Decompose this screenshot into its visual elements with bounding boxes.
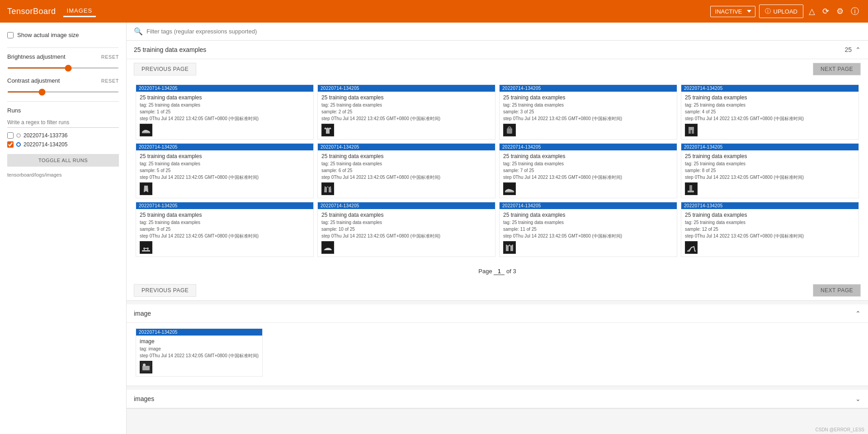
settings-icon-button[interactable]: ⚙ — [835, 5, 845, 18]
brightness-slider[interactable] — [7, 67, 119, 69]
run-2-label: 20220714-134205 — [24, 141, 67, 148]
image-card-single-tag: 20220714-134205 — [136, 329, 262, 336]
main-layout: Show actual image size Brightness adjust… — [0, 23, 868, 434]
card-tag-11: 20220714-134205 — [681, 202, 859, 209]
page-indicator: Page of 3 — [127, 262, 868, 280]
card-meta2-9: sample: 10 of 25 — [321, 226, 491, 233]
svg-point-26 — [143, 364, 146, 366]
card-thumb-0 — [140, 124, 152, 136]
card-title-0: 25 training data examples — [140, 94, 310, 101]
card-meta1-10: tag: 25 training data examples — [503, 219, 673, 226]
card-meta2-7: sample: 8 of 25 — [685, 167, 855, 174]
image-card: 20220714-134205 25 training data example… — [499, 202, 677, 257]
image-preview-svg — [141, 362, 151, 372]
status-selector[interactable]: INACTIVE — [710, 6, 755, 17]
card-title-10: 25 training data examples — [503, 212, 673, 218]
upload-button[interactable]: ⓘ UPLOAD — [759, 5, 803, 18]
help-icon-button[interactable]: ⓘ — [849, 4, 861, 19]
svg-rect-22 — [504, 242, 515, 253]
card-meta1-2: tag: 25 training data examples — [503, 102, 673, 108]
image-card: 20220714-134205 25 training data example… — [317, 202, 495, 257]
card-meta1-9: tag: 25 training data examples — [321, 219, 491, 226]
images-tab[interactable]: IMAGES — [63, 5, 96, 17]
svg-rect-25 — [142, 366, 150, 370]
card-meta2-8: sample: 9 of 25 — [140, 226, 310, 233]
card-tag-6: 20220714-134205 — [500, 144, 677, 150]
image-thumb-single — [140, 361, 152, 373]
person-icon-button[interactable]: △ — [807, 5, 817, 18]
divider-2 — [7, 101, 119, 102]
runs-filter-input[interactable] — [7, 117, 119, 128]
run-1-checkbox[interactable] — [7, 132, 14, 139]
app-logo: TensorBoard — [7, 7, 56, 16]
image-section-title: image — [134, 310, 151, 317]
image-card-single: 20220714-134205 image tag: image step 0T… — [136, 328, 263, 377]
card-meta2-11: sample: 12 of 25 — [685, 226, 855, 233]
next-page-button-top[interactable]: NEXT PAGE — [813, 63, 861, 75]
image-card-single-meta1: tag: image — [140, 345, 259, 352]
card-meta3-5: step 0Thu Jul 14 2022 13:42:05 GMT+0800 … — [321, 174, 491, 181]
training-section-header: 25 training data examples 25 ⌃ — [127, 41, 868, 59]
card-meta3-10: step 0Thu Jul 14 2022 13:42:05 GMT+0800 … — [503, 233, 673, 239]
image-card-single-meta2: step 0Thu Jul 14 2022 13:42:05 GMT+0800 … — [140, 352, 259, 359]
sidebar: Show actual image size Brightness adjust… — [0, 23, 127, 434]
image-card: 20220714-134205 25 training data example… — [499, 143, 677, 198]
card-meta1-11: tag: 25 training data examples — [685, 219, 855, 226]
card-tag-1: 20220714-134205 — [318, 85, 495, 92]
brightness-section: Brightness adjustment RESET — [7, 53, 119, 70]
card-meta3-2: step 0Thu Jul 14 2022 13:42:05 GMT+0800 … — [503, 115, 673, 122]
show-actual-size-label: Show actual image size — [17, 32, 79, 38]
card-title-3: 25 training data examples — [685, 94, 855, 101]
run-2-checkbox[interactable] — [7, 141, 14, 148]
chevron-up-icon-2: ⌃ — [855, 310, 861, 317]
run-2-circle — [16, 142, 21, 147]
prev-page-button-bottom[interactable]: PREVIOUS PAGE — [134, 284, 196, 297]
filter-tags-input[interactable] — [146, 28, 861, 35]
card-meta2-3: sample: 4 of 25 — [685, 108, 855, 115]
prev-page-button-top[interactable]: PREVIOUS PAGE — [134, 63, 196, 75]
card-meta3-3: step 0Thu Jul 14 2022 13:42:05 GMT+0800 … — [685, 115, 855, 122]
image-card: 20220714-134205 25 training data example… — [136, 84, 314, 140]
card-title-1: 25 training data examples — [321, 94, 491, 101]
image-section-expand[interactable]: ⌃ — [855, 310, 861, 317]
svg-rect-14 — [689, 185, 692, 191]
card-body-8: 25 training data examples tag: 25 traini… — [136, 209, 313, 257]
card-meta1-4: tag: 25 training data examples — [140, 160, 310, 167]
svg-rect-1 — [142, 132, 150, 133]
card-meta1-0: tag: 25 training data examples — [140, 102, 310, 108]
svg-rect-15 — [688, 191, 694, 192]
card-body-9: 25 training data examples tag: 25 traini… — [318, 209, 495, 257]
card-tag-9: 20220714-134205 — [318, 202, 495, 209]
card-tag-0: 20220714-134205 — [136, 85, 313, 92]
card-tag-2: 20220714-134205 — [500, 85, 677, 92]
watermark: CSDN @ERROR_LESS — [815, 427, 864, 432]
svg-rect-17 — [142, 250, 150, 252]
run-1-label: 20220714-133736 — [24, 132, 67, 139]
svg-rect-12 — [505, 191, 514, 192]
top-pagination: PREVIOUS PAGE NEXT PAGE — [127, 59, 868, 79]
training-section: 25 training data examples 25 ⌃ PREVIOUS … — [127, 41, 868, 301]
svg-rect-7 — [689, 130, 691, 134]
card-meta1-8: tag: 25 training data examples — [140, 219, 310, 226]
card-meta2-0: sample: 1 of 25 — [140, 108, 310, 115]
contrast-slider[interactable] — [7, 91, 119, 93]
next-page-button-bottom[interactable]: NEXT PAGE — [813, 284, 861, 297]
training-section-expand[interactable]: 25 ⌃ — [844, 46, 861, 53]
images-section-header: images ⌄ — [127, 390, 868, 408]
show-actual-size-checkbox[interactable] — [7, 32, 14, 38]
toggle-all-runs-button[interactable]: TOGGLE ALL RUNS — [7, 154, 119, 167]
contrast-label: Contrast adjustment — [7, 77, 60, 84]
svg-rect-10 — [322, 183, 333, 194]
brightness-reset-button[interactable]: RESET — [101, 54, 119, 60]
card-thumb-8 — [140, 241, 152, 254]
training-count: 25 — [844, 46, 852, 53]
card-title-2: 25 training data examples — [503, 94, 673, 101]
page-total: of 3 — [506, 268, 516, 275]
image-card: 20220714-134205 25 training data example… — [317, 84, 495, 140]
refresh-icon-button[interactable]: ⟳ — [821, 5, 831, 18]
contrast-reset-button[interactable]: RESET — [101, 78, 119, 84]
page-number-input[interactable] — [494, 268, 505, 275]
header-right: INACTIVE ⓘ UPLOAD △ ⟳ ⚙ ⓘ — [710, 4, 861, 19]
images-section-expand[interactable]: ⌄ — [855, 395, 861, 402]
run-item-2: 20220714-134205 — [7, 141, 119, 148]
